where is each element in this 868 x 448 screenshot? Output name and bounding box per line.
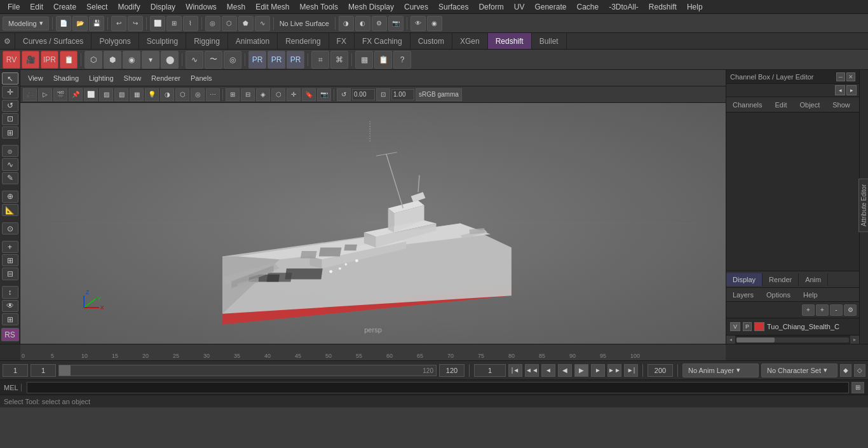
measure-btn[interactable]: 📐 — [2, 204, 18, 216]
rs-mat2-btn[interactable]: ⬢ — [104, 51, 121, 69]
scroll-track[interactable] — [736, 337, 849, 343]
breakdown-btn[interactable]: ◇ — [854, 364, 865, 377]
menu-edit-mesh[interactable]: Edit Mesh — [250, 1, 294, 13]
menu-windows[interactable]: Windows — [180, 1, 222, 13]
curve-btn[interactable]: ∿ — [255, 16, 270, 31]
vp-sel-btn[interactable]: ⬡ — [271, 88, 285, 101]
mel-input[interactable] — [27, 382, 849, 393]
menu-mesh[interactable]: Mesh — [222, 1, 250, 13]
vp-light-btn[interactable]: 💡 — [145, 88, 159, 101]
menu-select[interactable]: Select — [81, 1, 112, 13]
rs-ipr-btn[interactable]: IPR — [41, 51, 58, 69]
layer-row-item[interactable]: V P Tuo_Chiang_Stealth_C — [728, 320, 858, 334]
rs-log-btn[interactable]: 📋 — [60, 51, 78, 69]
snap-curve-btn[interactable]: ⌇ — [183, 16, 198, 31]
tab-layers[interactable]: Layers — [726, 288, 760, 301]
menu-generate[interactable]: Generate — [529, 1, 571, 13]
rs-pr2-btn[interactable]: PR — [268, 51, 285, 69]
rs-pr1-btn[interactable]: PR — [248, 51, 266, 69]
layer-p-btn[interactable]: P — [743, 322, 752, 331]
step-fwd-btn[interactable]: ►► — [607, 364, 621, 377]
vp-screen-btn[interactable]: ⬡ — [175, 88, 189, 101]
tab-anim[interactable]: Anim — [799, 273, 828, 286]
tab-rendering[interactable]: Rendering — [278, 33, 329, 49]
layer-color-swatch[interactable] — [754, 322, 764, 331]
tab-curves-surfaces[interactable]: Curves / Surfaces — [15, 33, 92, 49]
tab-render[interactable]: Render — [763, 273, 799, 286]
rs-shape-btn[interactable]: ▾ — [142, 51, 159, 69]
poly-btn[interactable]: ⬟ — [238, 16, 254, 31]
tab-options[interactable]: Options — [760, 288, 797, 301]
vp-film-btn[interactable]: 🎬 — [53, 88, 67, 101]
menu-help[interactable]: Help — [682, 1, 708, 13]
scroll-thumb[interactable] — [736, 337, 775, 343]
vp-anim-btn[interactable]: ▷ — [38, 88, 52, 101]
vp-tex-btn[interactable]: ▦ — [130, 88, 144, 101]
go-start-btn[interactable]: |◄ — [508, 364, 522, 377]
vp-extra-btn[interactable]: ⋯ — [206, 88, 220, 101]
show-hide-btn[interactable]: 👁 — [410, 16, 426, 31]
vp-cam2-btn[interactable]: 📷 — [317, 88, 331, 101]
tab-sculpting[interactable]: Sculpting — [139, 33, 186, 49]
vp-gamma-select[interactable]: sRGB gamma — [416, 88, 462, 101]
cmd-expand-btn[interactable]: ⊞ — [851, 382, 864, 393]
plus-btn[interactable]: + — [2, 241, 18, 253]
tab-display[interactable]: Display — [726, 273, 763, 286]
tab-fx-caching[interactable]: FX Caching — [355, 33, 410, 49]
mode-tab-settings[interactable]: ⚙ — [0, 33, 15, 49]
panel-minimize-btn[interactable]: ─ — [836, 72, 845, 81]
save-scene-btn[interactable]: 💾 — [89, 16, 104, 31]
menu-mesh-display[interactable]: Mesh Display — [343, 1, 399, 13]
redo-btn[interactable]: ↪ — [128, 16, 143, 31]
rs-log2-btn[interactable]: 📋 — [374, 51, 392, 69]
rs-circle-btn[interactable]: ◎ — [224, 51, 241, 69]
panel-icon1[interactable]: ◂ — [835, 85, 845, 95]
vp-menu-panels[interactable]: Panels — [187, 73, 216, 83]
menu-file[interactable]: File — [3, 1, 25, 13]
frame-slider[interactable]: 120 — [58, 365, 437, 376]
menu-3dtool[interactable]: -3DtoAll- — [604, 1, 644, 13]
rs-bowl-btn[interactable]: ⌗ — [311, 51, 329, 69]
open-scene-btn[interactable]: 📂 — [72, 16, 88, 31]
vp-grid-btn[interactable]: ⊞ — [226, 88, 240, 101]
rs-tilde-btn[interactable]: ∿ — [186, 51, 203, 69]
rotate-tool-btn[interactable]: ↺ — [2, 100, 18, 112]
plus3-btn[interactable]: ⊟ — [2, 268, 18, 280]
rs-sphere-btn[interactable]: ⬤ — [161, 51, 179, 69]
menu-edit[interactable]: Edit — [25, 1, 48, 13]
cam-btn[interactable]: 📷 — [388, 16, 403, 31]
rs-help-btn[interactable]: ? — [393, 51, 411, 69]
rs-pr3-btn[interactable]: PR — [287, 51, 304, 69]
scale-tool-btn[interactable]: ⊡ — [2, 113, 18, 125]
tab-redshift[interactable]: Redshift — [488, 33, 532, 49]
prev-frame-btn[interactable]: ◄ — [541, 364, 555, 377]
rs-render-btn[interactable]: ▦ — [355, 51, 373, 69]
select-by-obj-btn[interactable]: ⬜ — [150, 16, 165, 31]
undo-btn[interactable]: ↩ — [111, 16, 126, 31]
key-btn[interactable]: ◆ — [840, 364, 851, 377]
tab-xgen[interactable]: XGen — [452, 33, 488, 49]
menu-mesh-tools[interactable]: Mesh Tools — [295, 1, 343, 13]
ipr-btn[interactable]: ◐ — [355, 16, 370, 31]
tab-channels[interactable]: Channels — [726, 98, 768, 111]
rs-cam-btn[interactable]: 🎥 — [22, 51, 39, 69]
vp-rot-icon[interactable]: ↺ — [337, 88, 351, 101]
step-back-btn[interactable]: ◄◄ — [525, 364, 539, 377]
vp-shaded-btn[interactable]: ▧ — [114, 88, 128, 101]
tab-rigging[interactable]: Rigging — [186, 33, 228, 49]
vp-scale-icon[interactable]: ⊡ — [376, 88, 390, 101]
eye-btn[interactable]: 👁 — [2, 300, 18, 312]
menu-deform[interactable]: Deform — [473, 1, 508, 13]
menu-modify[interactable]: Modify — [112, 1, 145, 13]
panel-close-btn[interactable]: ✕ — [846, 72, 855, 81]
vp-menu-shading[interactable]: Shading — [50, 73, 83, 83]
menu-redshift[interactable]: Redshift — [644, 1, 682, 13]
tab-object[interactable]: Object — [793, 98, 826, 111]
menu-cache[interactable]: Cache — [571, 1, 604, 13]
next-frame-btn[interactable]: ► — [591, 364, 605, 377]
range-start-field[interactable] — [31, 364, 56, 377]
new-scene-btn[interactable]: 📄 — [56, 16, 71, 31]
anim-layer-dropdown[interactable]: No Anim Layer ▾ — [682, 363, 759, 377]
tab-bullet[interactable]: Bullet — [532, 33, 567, 49]
vp-shadow-btn[interactable]: ◑ — [160, 88, 174, 101]
